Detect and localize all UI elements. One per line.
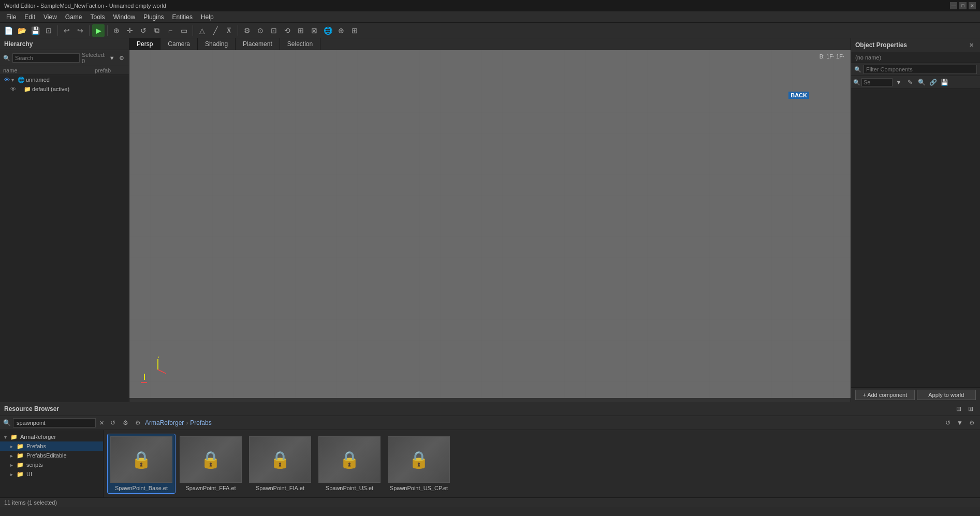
hierarchy-filter-button[interactable]: ▼	[108, 53, 116, 63]
tree-item-prefabs[interactable]: ▸ 📁 Prefabs	[0, 441, 103, 451]
prop-link-button[interactable]: 🔗	[928, 77, 938, 87]
prop-search2-button[interactable]: 🔍	[916, 77, 927, 87]
rotate-button[interactable]: ↺	[137, 24, 150, 37]
resource-grid-settings[interactable]: ⚙	[967, 418, 977, 428]
tree-item-armareforger[interactable]: ▾ 📁 ArmaReforger	[0, 432, 103, 441]
hierarchy-search-input[interactable]	[12, 53, 80, 63]
menu-help[interactable]: Help	[197, 12, 218, 22]
resource-maximize-button[interactable]: ⊞	[966, 404, 976, 414]
list-item[interactable]: 👁 ▸ 📁 default (active)	[0, 84, 129, 94]
apply-to-world-button[interactable]: Apply to world	[917, 390, 976, 400]
tab-camera[interactable]: Camera	[160, 38, 198, 50]
breadcrumb: ArmaReforger › Prefabs	[145, 419, 941, 426]
connect-button[interactable]: ⊞	[295, 24, 307, 37]
menu-view[interactable]: View	[39, 12, 61, 22]
viewport[interactable]: B: 1F· 1F· BACK Y X	[129, 50, 851, 398]
resource-search-input[interactable]	[13, 418, 96, 427]
select-button[interactable]: ⊕	[110, 24, 123, 37]
resource-view-refresh[interactable]: ↺	[943, 418, 953, 428]
paint-button[interactable]: ╱	[209, 24, 222, 37]
reset-button[interactable]: ⟲	[281, 24, 294, 37]
tree-folder-icon: 📁	[17, 471, 25, 478]
resource-clear-button[interactable]: ✕	[98, 420, 106, 426]
eye-icon[interactable]: 👁	[4, 77, 11, 83]
resource-browser-header: Resource Browser ⊟ ⊞	[0, 402, 980, 416]
hierarchy-item-label: unnamed	[26, 77, 127, 83]
disconnect-button[interactable]: ⊠	[308, 24, 320, 37]
tree-item-prefabseditable[interactable]: ▸ 📁 PrefabsEditable	[0, 451, 103, 460]
pivot-button[interactable]: ⌐	[164, 24, 177, 37]
lighting-button[interactable]: ⊙	[254, 24, 267, 37]
move-button[interactable]: ✛	[124, 24, 136, 37]
properties-filter-input[interactable]	[864, 65, 977, 74]
tab-shading[interactable]: Shading	[198, 38, 236, 50]
resource-refresh-button[interactable]: ↺	[108, 418, 118, 428]
tree-item-label: UI	[26, 471, 100, 477]
play-button[interactable]: ▶	[92, 24, 105, 37]
hierarchy-settings-button[interactable]: ⚙	[118, 53, 126, 63]
col-prefab-header: prefab	[95, 67, 126, 73]
menu-edit[interactable]: Edit	[20, 12, 39, 22]
add-component-button[interactable]: + Add component	[855, 390, 915, 400]
list-item[interactable]: 👁 ▾ 🌐 unnamed	[0, 75, 129, 84]
app-title: World Editor - SampleMod_NewFaction - Un…	[4, 3, 950, 9]
list-item[interactable]: 🔒 SpawnPoint_Base.et	[108, 434, 175, 493]
minimize-button[interactable]: —	[950, 2, 957, 9]
menu-game[interactable]: Game	[61, 12, 86, 22]
snap-button[interactable]: ▭	[178, 24, 190, 37]
export-button[interactable]: ⊡	[42, 24, 55, 37]
waypoint-button[interactable]: ⊕	[335, 24, 347, 37]
maximize-button[interactable]: □	[959, 2, 967, 9]
debug-button[interactable]: ⊡	[268, 24, 280, 37]
breadcrumb-prefabs[interactable]: Prefabs	[190, 419, 211, 426]
list-item[interactable]: 🔒 SpawnPoint_FFA.et	[177, 434, 244, 493]
map-button[interactable]: 🌐	[321, 24, 334, 37]
properties-search-input[interactable]	[861, 78, 893, 86]
tree-item-scripts[interactable]: ▸ 📁 scripts	[0, 460, 103, 469]
terrain-button[interactable]: △	[196, 24, 208, 37]
eye-icon[interactable]: 👁	[10, 86, 18, 92]
resource-settings2-button[interactable]: ⚙	[133, 418, 143, 428]
menu-file[interactable]: File	[2, 12, 20, 22]
prop-edit-button[interactable]: ✎	[905, 77, 915, 87]
tree-expand-icon: ▸	[10, 462, 17, 468]
open-button[interactable]: 📂	[16, 24, 28, 37]
tree-expand-icon: ▸	[10, 471, 17, 477]
viewport-scrollbar[interactable]	[129, 398, 851, 402]
settings-button[interactable]: ⚙	[241, 24, 253, 37]
save-button[interactable]: 💾	[29, 24, 41, 37]
hierarchy-columns: name prefab	[0, 66, 129, 75]
menu-tools[interactable]: Tools	[86, 12, 109, 22]
tab-persp[interactable]: Persp	[129, 38, 160, 50]
tab-selection[interactable]: Selection	[280, 38, 320, 50]
undo-button[interactable]: ↩	[61, 24, 73, 37]
resource-filter-button[interactable]: ▼	[955, 418, 965, 428]
viewport-back-label: BACK	[788, 92, 809, 99]
list-item[interactable]: 🔒 SpawnPoint_FIA.et	[246, 434, 314, 493]
prop-save-button[interactable]: 💾	[939, 77, 949, 87]
resource-minimize-button[interactable]: ⊟	[954, 404, 964, 414]
resource-item-label: SpawnPoint_US.et	[326, 485, 373, 491]
menu-entities[interactable]: Entities	[168, 12, 197, 22]
grass-button[interactable]: ⊼	[223, 24, 235, 37]
resource-toolbar: 🔍 ✕ ↺ ⚙ ⚙ ArmaReforger › Prefabs ↺ ▼ ⚙	[0, 416, 980, 430]
scale-button[interactable]: ⧉	[151, 24, 163, 37]
menu-plugins[interactable]: Plugins	[139, 12, 168, 22]
tree-expand-icon: ▸	[10, 444, 17, 449]
resource-body: ▾ 📁 ArmaReforger ▸ 📁 Prefabs ▸ 📁 Prefabs…	[0, 430, 980, 497]
grid-button[interactable]: ⊞	[348, 24, 361, 37]
redo-button[interactable]: ↪	[74, 24, 86, 37]
list-item[interactable]: 🔒 SpawnPoint_US_CP.et	[385, 434, 452, 493]
prop-dropdown-button[interactable]: ▼	[894, 77, 904, 87]
breadcrumb-arma[interactable]: ArmaReforger	[145, 419, 184, 426]
menu-window[interactable]: Window	[109, 12, 140, 22]
list-item[interactable]: 🔒 SpawnPoint_US.et	[316, 434, 383, 493]
expand-icon[interactable]: ▾	[11, 77, 18, 83]
tab-placement[interactable]: Placement	[236, 38, 280, 50]
resource-settings1-button[interactable]: ⚙	[120, 418, 130, 428]
tree-item-ui[interactable]: ▸ 📁 UI	[0, 469, 103, 479]
new-button[interactable]: 📄	[2, 24, 14, 37]
close-button[interactable]: ✕	[969, 2, 976, 9]
properties-close-button[interactable]: ✕	[967, 40, 976, 50]
lock-icon: 🔒	[408, 450, 429, 469]
